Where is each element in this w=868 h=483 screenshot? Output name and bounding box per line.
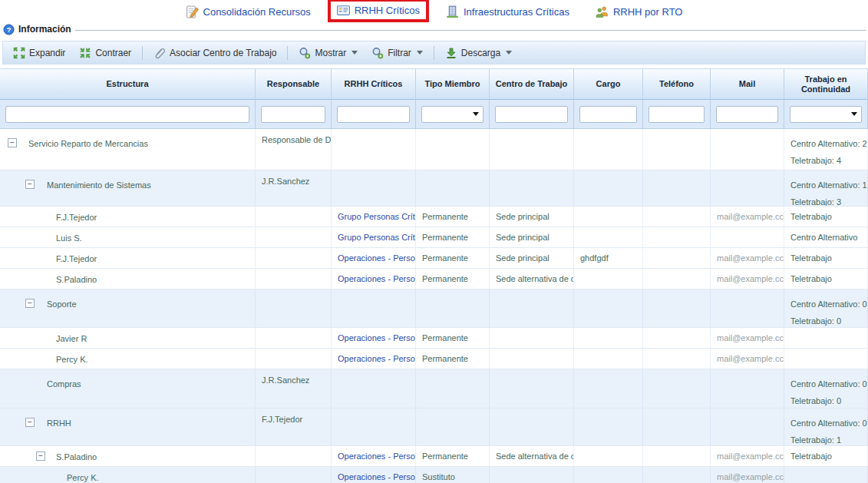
cell-responsable: J.R.Sanchez (256, 170, 332, 207)
column-header-structure[interactable]: Estructura (0, 69, 256, 100)
filter-select-cont[interactable] (790, 106, 862, 123)
filter-input-responsable[interactable] (261, 106, 325, 123)
cell-centro (490, 289, 574, 328)
cell-telefono (643, 207, 711, 227)
filter-input-centro[interactable] (495, 106, 568, 123)
rrhh-value[interactable]: Operaciones - Person (338, 333, 416, 342)
collapse-toggle[interactable]: − (25, 418, 35, 427)
filter-input-cargo[interactable] (579, 106, 637, 123)
responsable-value: Responsable de D (262, 135, 332, 144)
structure-name: Servicio Reparto de Mercancias (28, 139, 148, 148)
column-header-cargo[interactable]: Cargo (574, 69, 643, 100)
cell-structure: Compras (0, 369, 256, 409)
tab-consolidaci-n-recursos[interactable]: Consolidación Recursos (177, 0, 320, 24)
cell-tipo: Permanente (416, 328, 490, 349)
column-header-tipo[interactable]: Tipo Miembro (416, 69, 490, 100)
cell-telefono (643, 248, 711, 269)
cell-structure: −Mantenimiento de Sistemas (0, 170, 256, 207)
table-row: Javier ROperaciones - PersonPermanentema… (0, 328, 868, 349)
rrhh-value[interactable]: Operaciones - Person (338, 253, 416, 263)
structure-name: Soporte (47, 299, 77, 309)
cell-telefono (643, 467, 711, 483)
filter-cell-centro (490, 100, 574, 129)
rrhh-value[interactable]: Operaciones - Person (338, 274, 416, 283)
column-header-responsable[interactable]: Responsable (256, 69, 332, 100)
rrhh-value[interactable]: Grupo Personas Crític (338, 233, 416, 242)
continuidad-summary-line: Teletrabajo: 4 (790, 152, 867, 169)
collapse-toggle[interactable]: − (8, 138, 17, 147)
table-row: −Mantenimiento de SistemasJ.R.SanchezCen… (0, 170, 868, 207)
asociar-centro-de-trabajo-button[interactable]: Asociar Centro de Trabajo (147, 44, 282, 62)
cell-rrhh (332, 409, 416, 446)
cell-responsable (256, 227, 332, 248)
cell-mail (711, 170, 784, 207)
cell-rrhh (332, 369, 416, 409)
filter-input-rrhh[interactable] (337, 106, 410, 123)
cell-mail: mail@example.cc (711, 248, 784, 269)
cell-rrhh: Operaciones - Person (332, 328, 416, 349)
tab-infraestructuras-cr-ticas[interactable]: Infraestructuras Críticas (437, 0, 579, 24)
cell-mail (711, 227, 784, 248)
collapse-toggle[interactable]: − (25, 299, 35, 308)
info-legend: ? Información (0, 23, 868, 35)
column-header-centro[interactable]: Centro de Trabajo (490, 69, 574, 100)
column-header-mail[interactable]: Mail (711, 69, 784, 100)
help-icon[interactable]: ? (3, 24, 15, 35)
table-row: F.J.TejedorOperaciones - PersonPermanent… (0, 248, 868, 269)
cell-structure: S.Paladino (0, 269, 256, 289)
table-row: S.PaladinoOperaciones - PersonPermanente… (0, 269, 868, 289)
continuidad-value: Teletrabajo (790, 274, 832, 283)
rrhh-value[interactable]: Operaciones - Person (338, 354, 416, 363)
cell-centro (490, 409, 574, 446)
cell-cargo (574, 467, 643, 483)
filter-input-telefono[interactable] (649, 106, 705, 123)
cell-trabajo-en-continuidad: Centro Alternativo: 1Teletrabajo: 3 (784, 170, 868, 207)
filter-cell-rrhh (332, 100, 416, 129)
cell-structure: −Soporte (0, 289, 256, 328)
cell-cargo (574, 409, 643, 446)
filter-input-mail[interactable] (716, 106, 778, 123)
column-header-cont[interactable]: Trabajo en Continuidad (784, 69, 868, 100)
cell-trabajo-en-continuidad: Teletrabajo (784, 207, 868, 227)
cell-mail (711, 289, 784, 328)
cell-structure: −S.Paladino (0, 446, 256, 467)
mostrar-button[interactable]: Mostrar (292, 44, 364, 62)
tab-rrhh-cr-ticos[interactable]: RRHH Críticos (328, 0, 429, 22)
rrhh-value[interactable]: Operaciones - Person (338, 452, 416, 461)
cell-tipo: Permanente (416, 446, 490, 467)
rrhh-value[interactable]: Grupo Personas Crític (338, 212, 416, 221)
cell-telefono (643, 349, 711, 369)
filtrar-button[interactable]: Filtrar (365, 44, 429, 62)
expandir-button[interactable]: Expandir (7, 44, 71, 62)
descarga-button[interactable]: Descarga (439, 44, 518, 62)
collapse-toggle[interactable]: − (36, 452, 45, 461)
rrhh-value[interactable]: Operaciones - Person (338, 472, 416, 481)
column-header-label: Cargo (596, 79, 621, 89)
cell-cargo (574, 289, 643, 328)
cell-cargo (574, 129, 643, 170)
continuidad-summary-line: Teletrabajo: 3 (790, 194, 867, 207)
filter-cell-cargo (574, 100, 643, 129)
cell-cargo: ghdfgdf (574, 248, 643, 269)
cell-telefono (643, 170, 711, 207)
structure-name: Luis S. (56, 233, 82, 243)
collapse-toggle[interactable]: − (25, 180, 35, 189)
tab-rrhh-por-rto[interactable]: RRHH por RTO (586, 0, 692, 24)
tipo-value: Sustituto (422, 472, 455, 481)
cell-mail (711, 409, 784, 446)
column-header-telefono[interactable]: Teléfono (643, 69, 711, 100)
cell-trabajo-en-continuidad (784, 467, 868, 483)
contraer-button[interactable]: Contraer (73, 44, 137, 62)
tipo-value: Permanente (422, 333, 468, 342)
column-header-rrhh[interactable]: RRHH Críticos (332, 69, 416, 100)
table-row: −Servicio Reparto de MercanciasResponsab… (0, 129, 868, 170)
filter-input-structure[interactable] (5, 106, 249, 123)
column-header-label: RRHH Críticos (345, 79, 403, 89)
cell-mail (711, 129, 784, 170)
cell-trabajo-en-continuidad: Teletrabajo (784, 248, 868, 269)
cell-telefono (643, 129, 711, 170)
filter-select-tipo[interactable] (421, 106, 484, 123)
column-header-label: Trabajo en Continuidad (787, 74, 864, 94)
cell-trabajo-en-continuidad: Teletrabajo (784, 446, 868, 467)
tab-label: Infraestructuras Críticas (464, 6, 569, 18)
